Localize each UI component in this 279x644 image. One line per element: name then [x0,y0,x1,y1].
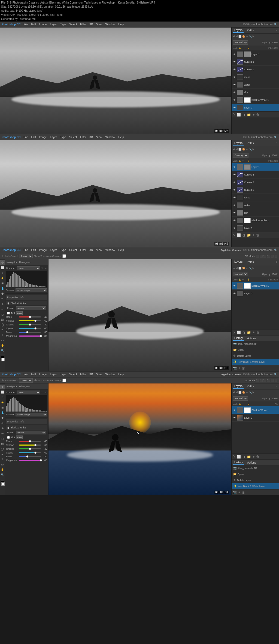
layer-row-rocks-f2[interactable]: 👁 rocks [232,194,279,201]
menu-layer-4[interactable]: Layer [49,372,58,376]
menu-type-4[interactable]: Type [59,372,68,376]
menu-view-3[interactable]: View [95,248,104,252]
eye-icon[interactable]: 👁 [233,60,236,64]
layer-row-sky-f2[interactable]: 👁 sky [232,209,279,217]
slider-handle[interactable] [34,452,37,454]
menu-image-1[interactable]: Image [38,22,48,26]
search-icon-2[interactable]: 🔍 [274,136,277,139]
menu-3d-2[interactable]: 3D [88,135,94,139]
source-select-3[interactable]: Entire Image [16,288,47,292]
history-brush-tool-4[interactable]: ↩ [0,431,5,436]
layer-row-layer0-f2[interactable]: 👁 Layer 0 [232,224,279,232]
show-transform-checkbox-4[interactable] [62,379,66,382]
menu-file-1[interactable]: File [22,22,29,26]
eye-icon[interactable]: 👁 [233,83,236,86]
menu-help-2[interactable]: Help [117,135,125,139]
tint-checkbox-4[interactable] [7,436,10,439]
tab-paths-r3[interactable]: Paths [246,260,255,264]
marquee-tool-4[interactable]: ⬜ [0,390,5,394]
layer-row-water-f2[interactable]: 👁 water [232,201,279,209]
eye-icon[interactable]: 👁 [233,204,236,207]
histogram-expand-icon[interactable]: ▲ [45,267,47,270]
hand-tool-4[interactable]: ✋ [0,467,5,472]
history-tab-3[interactable]: History [233,336,244,341]
tab-layers-2[interactable]: Layers [233,141,244,146]
eye-icon[interactable]: 👁 [233,181,236,184]
menu-layer-2[interactable]: Layer [49,135,58,139]
menu-filter-2[interactable]: Filter [79,135,87,139]
refresh-icon-4[interactable]: ↻ [41,391,44,394]
gradient-tool[interactable]: ▨ [0,317,5,322]
layer-row-layer1-f1[interactable]: 👁 Layer 1 [232,50,279,58]
blend-mode-r3[interactable]: Normal [233,272,248,276]
eye-icon[interactable]: 👁 [233,106,236,109]
menu-view-4[interactable]: View [95,372,104,376]
zoom-tool-4[interactable]: 🔍 [0,473,5,477]
eye-icon[interactable]: 👁 [233,219,236,222]
layer-bw1-r4[interactable]: 👁 Black & White 1 [232,406,279,414]
blend-mode-select-2[interactable]: Overlay [233,153,248,158]
mask-icon-2[interactable]: ⬜ [237,233,241,237]
menu-file-2[interactable]: File [22,135,29,139]
menu-window-3[interactable]: Window [104,248,117,252]
adjustment-icon-2[interactable]: ◑ [242,233,245,237]
tint-checkbox-3[interactable] [7,312,10,315]
eraser-tool-4[interactable]: ◻ [0,436,5,441]
layer-row-bw1-f2[interactable]: 👁 Black & White 1 [232,217,279,224]
menu-select-2[interactable]: Select [68,135,78,139]
panel-menu-2[interactable]: ≡ [276,142,277,145]
eye-icon[interactable]: 👁 [233,173,236,176]
menu-image-4[interactable]: Image [38,372,48,376]
history-snapshot-icon[interactable]: 📷 [233,366,237,370]
fx-icon-2[interactable]: fx [233,233,235,237]
menu-file-3[interactable]: File [22,248,29,252]
search-icon-1[interactable]: 🔍 [274,23,277,26]
eye-icon[interactable]: 👁 [233,75,236,79]
menu-select-1[interactable]: Select [68,22,78,26]
slider-handle[interactable] [29,440,31,442]
tab-layers-r3[interactable]: Layers [233,260,244,264]
folder-icon[interactable]: 📁 [247,113,251,117]
history-del-icon-4[interactable]: 🗑 [242,491,245,494]
eye-icon[interactable]: 👁 [233,196,236,199]
search-icon-3[interactable]: 🔍 [274,249,277,252]
menu-edit-1[interactable]: Edit [30,22,37,26]
menu-layer-1[interactable]: Layer [49,22,58,26]
eye-icon[interactable]: 👁 [233,165,236,169]
fx-icon[interactable]: fx [233,113,235,117]
layer-row-sky-f1[interactable]: 👁 sky [232,89,279,96]
histogram-tab[interactable]: Histogram [19,261,31,264]
menu-edit-4[interactable]: Edit [30,372,37,376]
menu-type-3[interactable]: Type [59,248,68,252]
delete-layer-icon-2[interactable]: 🗑 [256,233,259,237]
move-tool-4[interactable]: ✛ [0,385,5,389]
zoom-tool[interactable]: 🔍 [0,348,5,353]
slider-handle[interactable] [26,331,28,333]
layer-row-water-f1[interactable]: 👁 water [232,81,279,89]
slider-track[interactable] [19,320,41,321]
del-icon-r3[interactable]: 🗑 [256,331,259,334]
histogram-tab-4[interactable]: Histogram [19,385,31,388]
layer-row-layer1-f2[interactable]: 👁 Layer 1 [232,163,279,171]
slider-handle[interactable] [29,448,31,450]
menu-layer-3[interactable]: Layer [49,248,58,252]
channel-select-3[interactable]: RGB [17,266,40,270]
auto-button-3[interactable]: Auto [16,311,23,315]
auto-select-dropdown-4[interactable]: Group [19,378,33,383]
layer-row-curves3-f2[interactable]: 👁 Curves 3 [232,171,279,179]
navigator-tab-4[interactable]: Navigator [7,385,17,388]
layer-row-layer0-f1[interactable]: 👁 Layer 0 [232,104,279,111]
eye-icon[interactable]: 👁 [233,409,236,412]
tab-layers-1[interactable]: Layers [233,28,244,33]
history-new-icon-4[interactable]: + [238,491,240,494]
menu-type-2[interactable]: Type [59,135,68,139]
panel-menu-r4[interactable]: ≡ [276,385,277,388]
clone-tool-4[interactable]: ⊕ [0,426,5,430]
panel-menu-1[interactable]: ≡ [276,29,277,32]
opacity-value-1[interactable]: 100% [272,41,278,44]
layer-layer0-r3[interactable]: 👁 Layer 0 [232,290,279,297]
menu-image-3[interactable]: Image [38,248,48,252]
slider-track[interactable] [19,335,41,337]
eye-icon[interactable]: 👁 [233,226,236,230]
layer-row-curves2-f2[interactable]: 👁 Curves 2 [232,179,279,186]
